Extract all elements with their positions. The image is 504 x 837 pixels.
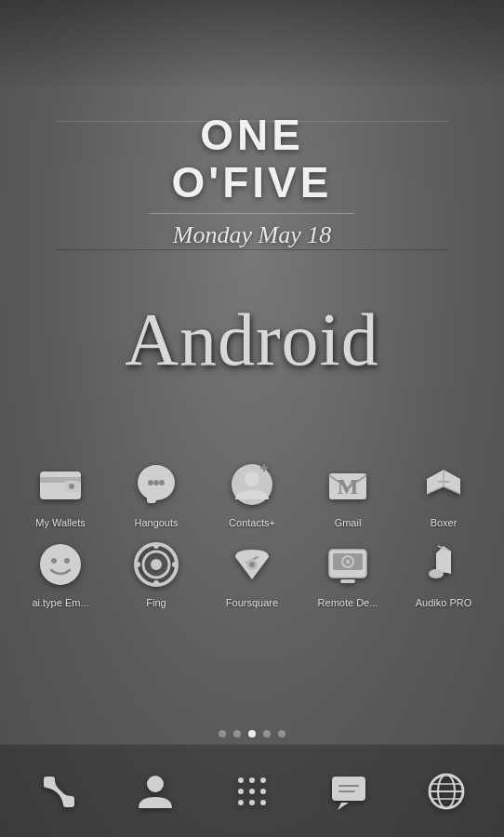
app-label-fing: Fing [146, 597, 166, 608]
dot-2[interactable] [233, 730, 241, 737]
dock-messages[interactable] [328, 771, 369, 812]
svg-point-34 [238, 777, 244, 783]
fing-icon [127, 536, 185, 593]
message-icon [328, 771, 369, 812]
contacts-icon [223, 456, 281, 513]
svg-point-31 [346, 560, 350, 564]
dock-apps[interactable] [232, 771, 272, 812]
phone-icon [37, 771, 78, 812]
svg-rect-43 [332, 777, 365, 801]
svg-point-33 [147, 776, 164, 792]
clock-time: ONE O'FIVE [0, 112, 504, 206]
dock-phone[interactable] [37, 771, 78, 812]
svg-point-22 [172, 562, 178, 567]
svg-rect-5 [147, 496, 156, 503]
dock-browser[interactable] [426, 771, 467, 812]
top-shadow [0, 0, 504, 93]
person-icon [135, 771, 176, 812]
clock-date: Monday May 18 [0, 221, 504, 249]
svg-point-24 [135, 562, 140, 567]
app-hangouts[interactable]: Hangouts [114, 456, 198, 528]
app-label-hangouts: Hangouts [134, 517, 178, 528]
svg-point-6 [148, 480, 153, 485]
app-remote[interactable]: Remote De... [306, 536, 390, 608]
svg-point-7 [153, 480, 159, 485]
page-dots [0, 730, 504, 737]
remote-icon [319, 536, 377, 593]
svg-point-39 [260, 789, 266, 794]
svg-point-8 [159, 480, 165, 485]
svg-rect-29 [340, 579, 355, 583]
svg-point-17 [64, 558, 70, 564]
app-foursquare[interactable]: Foursquare [210, 536, 294, 608]
dot-4[interactable] [263, 730, 271, 737]
emoji-icon [32, 536, 89, 593]
clock-widget: ONE O'FIVE Monday May 18 [0, 112, 504, 249]
dot-3-active[interactable] [248, 730, 256, 737]
audiko-icon [415, 536, 472, 593]
dock-contacts[interactable] [135, 771, 176, 812]
bottom-dock [0, 744, 504, 837]
app-grid: My Wallets Hangouts [0, 456, 504, 616]
svg-point-20 [151, 559, 162, 570]
svg-point-3 [69, 484, 74, 489]
app-label-contacts: Contacts+ [229, 517, 275, 528]
globe-icon [426, 771, 467, 812]
wallet-icon [32, 456, 89, 513]
svg-point-10 [245, 472, 259, 486]
hangouts-icon [127, 456, 185, 513]
app-fing[interactable]: Fing [114, 536, 198, 608]
app-emoji[interactable]: ai.type Em... [19, 536, 102, 608]
svg-point-15 [40, 544, 81, 585]
svg-point-41 [249, 800, 255, 805]
gmail-icon: M [319, 456, 377, 513]
app-gmail[interactable]: M Gmail [306, 456, 390, 528]
svg-text:M: M [338, 474, 359, 498]
svg-point-35 [249, 777, 255, 783]
svg-point-37 [238, 789, 244, 794]
svg-point-42 [260, 800, 266, 805]
foursquare-icon [223, 536, 281, 593]
grid-icon [232, 771, 272, 812]
clock-divider [150, 213, 354, 214]
svg-point-38 [249, 789, 255, 794]
app-audiko[interactable]: Audiko PRO [402, 536, 485, 608]
app-label-remote: Remote De... [318, 597, 378, 608]
app-my-wallets[interactable]: My Wallets [19, 456, 102, 528]
svg-point-26 [249, 562, 255, 567]
app-label-boxer: Boxer [431, 517, 458, 528]
svg-point-16 [51, 558, 57, 564]
app-label-foursquare: Foursquare [226, 597, 278, 608]
app-row-1: My Wallets Hangouts [19, 456, 485, 528]
android-label: Android [0, 298, 504, 382]
app-label-audiko: Audiko PRO [416, 597, 472, 608]
app-contacts[interactable]: Contacts+ [210, 456, 294, 528]
svg-point-21 [153, 543, 159, 549]
svg-point-36 [260, 777, 266, 783]
app-label-emoji: ai.type Em... [32, 597, 88, 608]
svg-point-32 [429, 569, 444, 578]
app-boxer[interactable]: Boxer [402, 456, 485, 528]
app-label-my-wallets: My Wallets [35, 517, 85, 528]
app-row-2: ai.type Em... Fing [19, 536, 485, 608]
svg-point-40 [238, 800, 244, 805]
dot-1[interactable] [219, 730, 226, 737]
boxer-icon [415, 456, 472, 513]
dot-5[interactable] [278, 730, 285, 737]
svg-point-23 [153, 580, 159, 586]
app-label-gmail: Gmail [335, 517, 362, 528]
